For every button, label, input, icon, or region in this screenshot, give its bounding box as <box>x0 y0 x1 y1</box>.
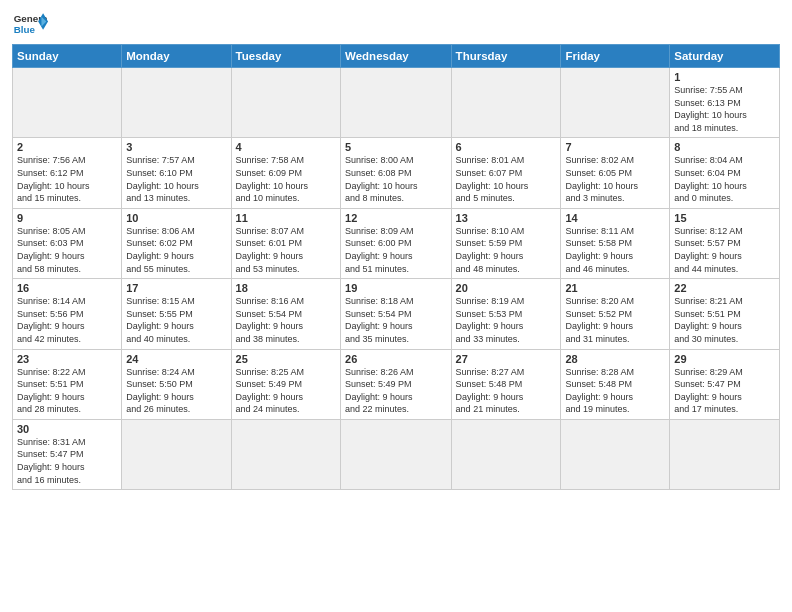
day-info: Sunrise: 8:00 AM Sunset: 6:08 PM Dayligh… <box>345 154 447 204</box>
calendar-cell: 6Sunrise: 8:01 AM Sunset: 6:07 PM Daylig… <box>451 138 561 208</box>
calendar-cell: 7Sunrise: 8:02 AM Sunset: 6:05 PM Daylig… <box>561 138 670 208</box>
day-number: 22 <box>674 282 775 294</box>
day-number: 6 <box>456 141 557 153</box>
col-header-saturday: Saturday <box>670 45 780 68</box>
day-info: Sunrise: 8:16 AM Sunset: 5:54 PM Dayligh… <box>236 295 336 345</box>
day-info: Sunrise: 8:22 AM Sunset: 5:51 PM Dayligh… <box>17 366 117 416</box>
day-info: Sunrise: 8:14 AM Sunset: 5:56 PM Dayligh… <box>17 295 117 345</box>
day-number: 26 <box>345 353 447 365</box>
calendar-cell: 10Sunrise: 8:06 AM Sunset: 6:02 PM Dayli… <box>122 208 231 278</box>
day-info: Sunrise: 8:12 AM Sunset: 5:57 PM Dayligh… <box>674 225 775 275</box>
calendar-cell <box>451 419 561 489</box>
day-number: 12 <box>345 212 447 224</box>
day-number: 13 <box>456 212 557 224</box>
day-number: 18 <box>236 282 336 294</box>
day-number: 14 <box>565 212 665 224</box>
day-number: 23 <box>17 353 117 365</box>
logo: General Blue <box>12 10 48 38</box>
col-header-wednesday: Wednesday <box>341 45 452 68</box>
calendar-cell <box>451 68 561 138</box>
calendar-cell: 13Sunrise: 8:10 AM Sunset: 5:59 PM Dayli… <box>451 208 561 278</box>
calendar-cell <box>13 68 122 138</box>
calendar-cell <box>122 68 231 138</box>
calendar-cell: 14Sunrise: 8:11 AM Sunset: 5:58 PM Dayli… <box>561 208 670 278</box>
day-info: Sunrise: 8:15 AM Sunset: 5:55 PM Dayligh… <box>126 295 226 345</box>
day-number: 5 <box>345 141 447 153</box>
calendar-cell: 26Sunrise: 8:26 AM Sunset: 5:49 PM Dayli… <box>341 349 452 419</box>
day-info: Sunrise: 8:26 AM Sunset: 5:49 PM Dayligh… <box>345 366 447 416</box>
day-info: Sunrise: 8:24 AM Sunset: 5:50 PM Dayligh… <box>126 366 226 416</box>
day-number: 20 <box>456 282 557 294</box>
calendar-cell: 17Sunrise: 8:15 AM Sunset: 5:55 PM Dayli… <box>122 279 231 349</box>
day-info: Sunrise: 8:20 AM Sunset: 5:52 PM Dayligh… <box>565 295 665 345</box>
day-number: 27 <box>456 353 557 365</box>
day-info: Sunrise: 7:58 AM Sunset: 6:09 PM Dayligh… <box>236 154 336 204</box>
calendar-cell: 28Sunrise: 8:28 AM Sunset: 5:48 PM Dayli… <box>561 349 670 419</box>
calendar-cell <box>341 419 452 489</box>
day-info: Sunrise: 8:09 AM Sunset: 6:00 PM Dayligh… <box>345 225 447 275</box>
page: General Blue SundayMondayTuesdayWednesda… <box>0 0 792 612</box>
day-info: Sunrise: 8:07 AM Sunset: 6:01 PM Dayligh… <box>236 225 336 275</box>
calendar-week-row: 2Sunrise: 7:56 AM Sunset: 6:12 PM Daylig… <box>13 138 780 208</box>
calendar-cell: 21Sunrise: 8:20 AM Sunset: 5:52 PM Dayli… <box>561 279 670 349</box>
calendar-cell: 9Sunrise: 8:05 AM Sunset: 6:03 PM Daylig… <box>13 208 122 278</box>
col-header-monday: Monday <box>122 45 231 68</box>
day-info: Sunrise: 8:28 AM Sunset: 5:48 PM Dayligh… <box>565 366 665 416</box>
day-info: Sunrise: 7:57 AM Sunset: 6:10 PM Dayligh… <box>126 154 226 204</box>
calendar-cell <box>561 419 670 489</box>
day-info: Sunrise: 7:55 AM Sunset: 6:13 PM Dayligh… <box>674 84 775 134</box>
day-number: 17 <box>126 282 226 294</box>
calendar-week-row: 30Sunrise: 8:31 AM Sunset: 5:47 PM Dayli… <box>13 419 780 489</box>
day-info: Sunrise: 7:56 AM Sunset: 6:12 PM Dayligh… <box>17 154 117 204</box>
generalblue-logo-icon: General Blue <box>12 10 48 38</box>
col-header-thursday: Thursday <box>451 45 561 68</box>
calendar-week-row: 1Sunrise: 7:55 AM Sunset: 6:13 PM Daylig… <box>13 68 780 138</box>
calendar-cell: 25Sunrise: 8:25 AM Sunset: 5:49 PM Dayli… <box>231 349 340 419</box>
calendar-cell: 12Sunrise: 8:09 AM Sunset: 6:00 PM Dayli… <box>341 208 452 278</box>
day-number: 8 <box>674 141 775 153</box>
day-number: 24 <box>126 353 226 365</box>
calendar-cell: 30Sunrise: 8:31 AM Sunset: 5:47 PM Dayli… <box>13 419 122 489</box>
calendar-cell: 3Sunrise: 7:57 AM Sunset: 6:10 PM Daylig… <box>122 138 231 208</box>
day-number: 29 <box>674 353 775 365</box>
day-info: Sunrise: 8:18 AM Sunset: 5:54 PM Dayligh… <box>345 295 447 345</box>
calendar-cell <box>341 68 452 138</box>
day-info: Sunrise: 8:25 AM Sunset: 5:49 PM Dayligh… <box>236 366 336 416</box>
day-number: 1 <box>674 71 775 83</box>
day-info: Sunrise: 8:31 AM Sunset: 5:47 PM Dayligh… <box>17 436 117 486</box>
calendar-cell <box>231 419 340 489</box>
header: General Blue <box>12 10 780 38</box>
calendar-table: SundayMondayTuesdayWednesdayThursdayFrid… <box>12 44 780 490</box>
day-number: 4 <box>236 141 336 153</box>
day-info: Sunrise: 8:05 AM Sunset: 6:03 PM Dayligh… <box>17 225 117 275</box>
svg-text:Blue: Blue <box>14 24 36 35</box>
day-number: 11 <box>236 212 336 224</box>
day-info: Sunrise: 8:10 AM Sunset: 5:59 PM Dayligh… <box>456 225 557 275</box>
calendar-cell: 27Sunrise: 8:27 AM Sunset: 5:48 PM Dayli… <box>451 349 561 419</box>
day-number: 2 <box>17 141 117 153</box>
calendar-cell: 15Sunrise: 8:12 AM Sunset: 5:57 PM Dayli… <box>670 208 780 278</box>
calendar-cell: 1Sunrise: 7:55 AM Sunset: 6:13 PM Daylig… <box>670 68 780 138</box>
calendar-cell <box>561 68 670 138</box>
calendar-cell: 24Sunrise: 8:24 AM Sunset: 5:50 PM Dayli… <box>122 349 231 419</box>
day-number: 15 <box>674 212 775 224</box>
day-info: Sunrise: 8:04 AM Sunset: 6:04 PM Dayligh… <box>674 154 775 204</box>
calendar-cell: 16Sunrise: 8:14 AM Sunset: 5:56 PM Dayli… <box>13 279 122 349</box>
day-number: 7 <box>565 141 665 153</box>
day-info: Sunrise: 8:29 AM Sunset: 5:47 PM Dayligh… <box>674 366 775 416</box>
day-info: Sunrise: 8:11 AM Sunset: 5:58 PM Dayligh… <box>565 225 665 275</box>
calendar-cell: 4Sunrise: 7:58 AM Sunset: 6:09 PM Daylig… <box>231 138 340 208</box>
calendar-cell: 29Sunrise: 8:29 AM Sunset: 5:47 PM Dayli… <box>670 349 780 419</box>
day-number: 28 <box>565 353 665 365</box>
day-number: 19 <box>345 282 447 294</box>
day-info: Sunrise: 8:01 AM Sunset: 6:07 PM Dayligh… <box>456 154 557 204</box>
col-header-sunday: Sunday <box>13 45 122 68</box>
calendar-week-row: 9Sunrise: 8:05 AM Sunset: 6:03 PM Daylig… <box>13 208 780 278</box>
day-info: Sunrise: 8:27 AM Sunset: 5:48 PM Dayligh… <box>456 366 557 416</box>
day-number: 21 <box>565 282 665 294</box>
day-number: 30 <box>17 423 117 435</box>
calendar-cell: 20Sunrise: 8:19 AM Sunset: 5:53 PM Dayli… <box>451 279 561 349</box>
col-header-tuesday: Tuesday <box>231 45 340 68</box>
day-number: 3 <box>126 141 226 153</box>
day-info: Sunrise: 8:21 AM Sunset: 5:51 PM Dayligh… <box>674 295 775 345</box>
